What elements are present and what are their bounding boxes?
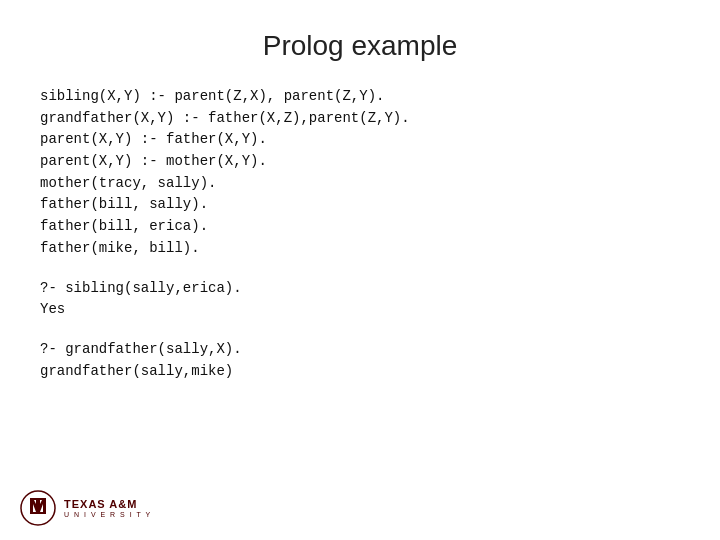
footer: TEXAS A&M U N I V E R S I T Y (20, 490, 152, 526)
tamu-text-block: TEXAS A&M U N I V E R S I T Y (64, 498, 152, 517)
query1-line-2: Yes (40, 299, 680, 321)
slide-title: Prolog example (40, 30, 680, 62)
query2-line-1: ?- grandfather(sally,X). (40, 339, 680, 361)
query1-block: ?- sibling(sally,erica). Yes (40, 278, 680, 321)
query2-block: ?- grandfather(sally,X). grandfather(sal… (40, 339, 680, 382)
tamu-university-sub: U N I V E R S I T Y (64, 511, 152, 518)
tamu-university-name: TEXAS A&M (64, 498, 152, 510)
code-line-5: mother(tracy, sally). (40, 173, 680, 195)
code-line-1: sibling(X,Y) :- parent(Z,X), parent(Z,Y)… (40, 86, 680, 108)
code-line-3: parent(X,Y) :- father(X,Y). (40, 129, 680, 151)
code-line-4: parent(X,Y) :- mother(X,Y). (40, 151, 680, 173)
tamu-logo-icon (20, 490, 56, 526)
code-line-2: grandfather(X,Y) :- father(X,Z),parent(Z… (40, 108, 680, 130)
slide: Prolog example sibling(X,Y) :- parent(Z,… (0, 0, 720, 540)
code-line-8: father(mike, bill). (40, 238, 680, 260)
code-line-7: father(bill, erica). (40, 216, 680, 238)
svg-rect-3 (30, 512, 36, 514)
query2-line-2: grandfather(sally,mike) (40, 361, 680, 383)
svg-rect-4 (40, 512, 46, 514)
code-line-6: father(bill, sally). (40, 194, 680, 216)
prolog-code-block: sibling(X,Y) :- parent(Z,X), parent(Z,Y)… (40, 86, 680, 260)
query1-line-1: ?- sibling(sally,erica). (40, 278, 680, 300)
